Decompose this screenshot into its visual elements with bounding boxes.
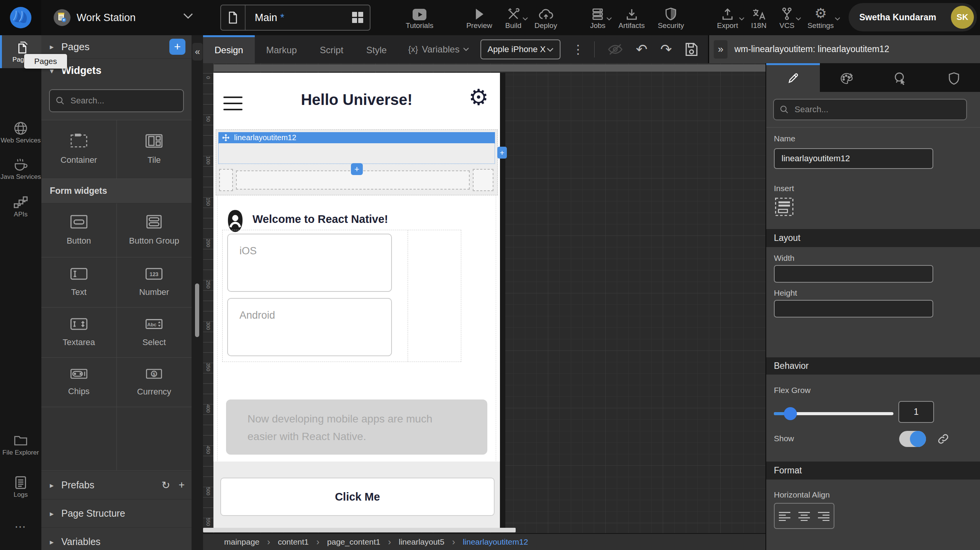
header-action-preview[interactable]: Preview (460, 0, 499, 35)
rail-item-web-services[interactable]: Web Services (0, 121, 41, 144)
device-selector[interactable]: Apple iPhone X (480, 39, 560, 59)
collapse-panel-button[interactable]: « (192, 43, 203, 61)
insert-widget-icon[interactable] (775, 197, 794, 216)
widget-clipped[interactable] (116, 407, 192, 470)
breadcrumb-mainpage[interactable]: mainpage (224, 537, 259, 547)
undo-button[interactable]: ↶ (636, 43, 647, 56)
ios-text-field[interactable]: iOS (227, 234, 392, 292)
header-action-i18n[interactable]: I18N (744, 0, 773, 35)
variables-menu[interactable]: {x} Variables (408, 35, 469, 63)
project-icon[interactable] (54, 9, 70, 26)
user-menu[interactable]: Swetha Kundaram SK (849, 3, 977, 31)
tab-security[interactable] (927, 63, 980, 92)
canvas-top-scrollbar[interactable] (203, 64, 765, 72)
widget-textarea[interactable]: Textarea (41, 308, 116, 357)
export-icon (721, 6, 734, 20)
rail-item-more[interactable]: ⋯ (0, 520, 41, 533)
widget-search-input[interactable] (70, 95, 177, 106)
tab-markup[interactable]: Markup (255, 35, 308, 63)
rail-item-file-explorer[interactable]: File Explorer (0, 434, 41, 457)
prefabs-section[interactable]: ▸ Prefabs ↻ + (41, 471, 192, 499)
header-action-vcs[interactable]: VCS (773, 0, 801, 35)
tab-styles[interactable] (820, 63, 873, 92)
header-action-build[interactable]: Build (499, 0, 528, 35)
widget-currency[interactable]: $ Currency (116, 358, 192, 407)
tab-style[interactable]: Style (355, 35, 398, 63)
rail-item-apis[interactable]: APIs (0, 195, 41, 218)
open-page-tab[interactable]: Main * (220, 5, 370, 31)
save-button[interactable] (685, 42, 698, 57)
tab-inspect[interactable] (873, 63, 927, 92)
header-action-security[interactable]: Security (651, 0, 691, 35)
tab-design[interactable]: Design (203, 35, 255, 63)
widget-container[interactable]: Container (41, 120, 116, 178)
width-input[interactable] (774, 265, 933, 283)
widget-button[interactable]: Button (41, 203, 116, 257)
breadcrumb-linearlayout5[interactable]: linearlayout5 (399, 537, 444, 547)
layout-item-right[interactable] (473, 169, 493, 191)
layout-item-left[interactable] (219, 169, 233, 191)
breadcrumb-page-content1[interactable]: page_content1 (327, 537, 380, 547)
widget-clipped[interactable] (41, 407, 116, 470)
widget-select[interactable]: Abc Select (116, 308, 192, 357)
click-me-button[interactable]: Click Me (220, 478, 495, 516)
phone-scrollbar-track[interactable] (500, 73, 505, 532)
widget-chips[interactable]: Chips (41, 358, 116, 407)
widget-search[interactable] (49, 89, 184, 112)
header-action-tutorials[interactable]: Tutorials (399, 0, 440, 35)
canvas-horizontal-scrollbar[interactable] (203, 528, 516, 532)
expand-panel-button[interactable]: » (714, 40, 728, 59)
align-center-button[interactable] (798, 511, 811, 521)
form-widgets-group-header: Form widgets (41, 179, 192, 203)
widget-tile[interactable]: Tile (116, 120, 192, 178)
selected-widget-drop-zone[interactable] (218, 143, 495, 164)
page-structure-section[interactable]: ▸ Page Structure (41, 499, 192, 527)
rail-item-java-services[interactable]: Java Services (0, 158, 41, 181)
widget-number[interactable]: 123 Number (116, 257, 192, 307)
insert-below-button[interactable]: + (351, 163, 363, 175)
app-logo[interactable] (0, 0, 41, 35)
widget-text[interactable]: Text (41, 257, 116, 307)
variables-section[interactable]: ▸ Variables (41, 527, 192, 550)
tab-script[interactable]: Script (308, 35, 355, 63)
insert-right-button[interactable]: + (497, 147, 507, 159)
tab-properties[interactable] (766, 63, 820, 92)
align-left-button[interactable] (778, 511, 791, 521)
prefabs-refresh-icon[interactable]: ↻ (162, 479, 170, 491)
show-toggle[interactable] (899, 431, 926, 447)
redo-button[interactable]: ↷ (660, 43, 672, 56)
layout-grid-icon[interactable] (352, 12, 364, 23)
breadcrumb-chevron-icon: › (388, 537, 391, 547)
move-handle-icon[interactable] (222, 134, 229, 141)
height-input[interactable] (774, 300, 933, 318)
design-canvas[interactable]: 0 50 100 150 200 250 300 350 400 450 500… (203, 63, 765, 533)
add-page-button[interactable]: + (169, 39, 185, 55)
property-search[interactable] (773, 99, 967, 120)
device-chevron-icon (547, 44, 554, 54)
project-name[interactable]: Work Station (77, 0, 136, 35)
property-search-input[interactable] (794, 104, 960, 115)
flex-grow-slider[interactable] (774, 407, 893, 420)
rail-item-logs[interactable]: Logs (0, 476, 41, 499)
header-action-jobs[interactable]: Jobs (583, 0, 612, 35)
breadcrumb-content1[interactable]: content1 (278, 537, 309, 547)
canvas-more-menu-icon[interactable]: ⋮ (572, 42, 584, 57)
phone-settings-gear-icon[interactable]: ⚙ (469, 86, 488, 109)
toggle-visibility-button[interactable] (608, 43, 623, 56)
project-chevron-down-icon[interactable] (183, 13, 193, 21)
prefabs-add-icon[interactable]: + (179, 479, 185, 491)
name-input[interactable] (774, 148, 933, 169)
header-action-artifacts[interactable]: Artifacts (612, 0, 651, 35)
bind-property-link-icon[interactable] (937, 433, 949, 446)
panel-scrollbar[interactable] (195, 283, 199, 337)
header-action-settings[interactable]: ⚙ Settings (801, 0, 841, 35)
header-action-deploy[interactable]: Deploy (528, 0, 564, 35)
flex-grow-value[interactable]: 1 (898, 401, 934, 423)
breadcrumb-linearlayoutitem12[interactable]: linearlayoutitem12 (463, 537, 528, 547)
widget-button-group[interactable]: Button Group (116, 203, 192, 257)
android-text-field[interactable]: Android (227, 298, 392, 356)
slider-thumb-icon[interactable] (784, 407, 797, 420)
align-right-button[interactable] (817, 511, 830, 521)
selected-widget-bar[interactable]: linearlayoutitem12 (218, 132, 495, 143)
header-action-export[interactable]: Export (711, 0, 745, 35)
